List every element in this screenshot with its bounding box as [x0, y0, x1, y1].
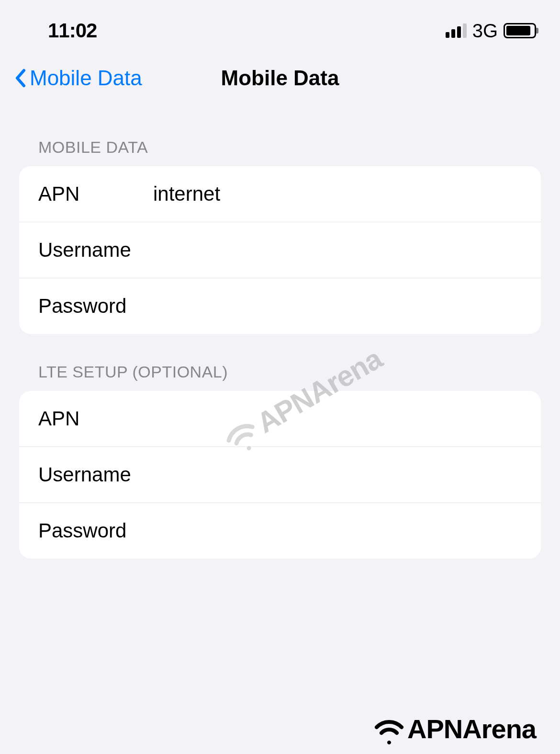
- back-button[interactable]: Mobile Data: [14, 66, 142, 90]
- chevron-left-icon: [14, 69, 26, 88]
- section-group-lte: APN Username Password: [19, 391, 541, 559]
- row-lte-apn[interactable]: APN: [19, 391, 541, 447]
- network-type: 3G: [472, 20, 498, 42]
- username-input[interactable]: [153, 239, 522, 262]
- section-group-mobile-data: APN Username Password: [19, 166, 541, 334]
- lte-apn-input[interactable]: [153, 407, 522, 430]
- back-label: Mobile Data: [30, 66, 142, 90]
- status-bar: 11:02 3G: [0, 0, 560, 52]
- page-title: Mobile Data: [221, 66, 339, 90]
- battery-icon: [504, 23, 536, 38]
- logo-bottom: APNArena: [374, 713, 536, 744]
- lte-apn-label: APN: [38, 407, 153, 430]
- status-right: 3G: [446, 20, 536, 42]
- row-lte-password[interactable]: Password: [19, 503, 541, 559]
- lte-password-label: Password: [38, 519, 153, 542]
- section-header-mobile-data: MOBILE DATA: [0, 109, 560, 166]
- row-password[interactable]: Password: [19, 278, 541, 334]
- lte-password-input[interactable]: [153, 519, 522, 542]
- row-username[interactable]: Username: [19, 222, 541, 278]
- username-label: Username: [38, 239, 153, 262]
- password-input[interactable]: [153, 295, 522, 318]
- section-header-lte: LTE SETUP (OPTIONAL): [0, 334, 560, 391]
- lte-username-input[interactable]: [153, 463, 522, 486]
- lte-username-label: Username: [38, 463, 153, 486]
- navigation-bar: Mobile Data Mobile Data: [0, 52, 560, 109]
- apn-input[interactable]: [153, 183, 522, 206]
- status-time: 11:02: [48, 19, 97, 42]
- password-label: Password: [38, 295, 153, 318]
- wifi-icon: [374, 714, 404, 744]
- apn-label: APN: [38, 183, 153, 206]
- row-apn[interactable]: APN: [19, 166, 541, 222]
- signal-icon: [446, 23, 467, 38]
- row-lte-username[interactable]: Username: [19, 447, 541, 503]
